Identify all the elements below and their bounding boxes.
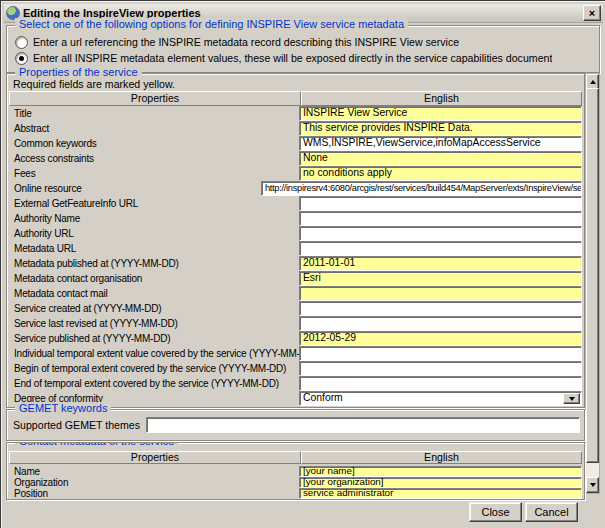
property-label: Metadata contact mail [9, 288, 299, 299]
field-value: no conditions apply [303, 167, 392, 178]
field-value: Conform [303, 392, 343, 403]
required-fields-note: Required fields are marked yellow. [13, 78, 175, 90]
property-label: Metadata published at (YYYY-MM-DD) [9, 258, 299, 269]
property-label: End of temporal extent covered by the se… [9, 378, 299, 389]
property-value-cell [299, 241, 582, 256]
field-value: 2012-05-29 [303, 332, 356, 343]
dropdown-arrow [569, 397, 575, 401]
input-abstract[interactable]: This service provides INSPIRE Data. [299, 121, 582, 136]
table-row: Service last revised at (YYYY-MM-DD) [9, 316, 582, 331]
input-authority-url[interactable] [299, 226, 582, 241]
gemet-row: Supported GEMET themes [13, 417, 580, 433]
table-row: Organization[your organization] [9, 477, 582, 488]
service-properties-group: Properties of the service Required field… [6, 73, 585, 408]
input-fees[interactable]: no conditions apply [299, 166, 582, 181]
table-row: Authority Name [9, 211, 582, 226]
radio-button[interactable] [15, 36, 28, 49]
input-common-keywords[interactable]: WMS,INSPIRE,ViewService,infoMapAccessSer… [299, 136, 582, 151]
field-value: Esri [303, 272, 321, 283]
gemet-group-title: GEMET keywords [15, 402, 111, 414]
field-value: WMS,INSPIRE,ViewService,infoMapAccessSer… [303, 137, 541, 148]
property-label: Authority Name [9, 213, 299, 224]
table-row: Metadata contact mail [9, 286, 582, 301]
table-row: Name[your name] [9, 466, 582, 477]
property-label: Common keywords [9, 138, 299, 149]
radio-button[interactable] [15, 52, 28, 65]
property-label: Access constraints [9, 153, 299, 164]
input-service-created-at-yyyy-mm-dd[interactable] [299, 301, 582, 316]
property-value-cell: 2012-05-29 [299, 331, 582, 346]
input-position[interactable]: service administrator [299, 488, 582, 499]
input-end-of-temporal-extent-covered-by-the-service-yyyy-mm-dd[interactable] [299, 376, 582, 391]
contact-metadata-group: Contact metadata of the service Properti… [6, 442, 585, 500]
input-metadata-published-at-yyyy-mm-dd[interactable]: 2011-01-01 [299, 256, 582, 271]
property-label: Fees [9, 168, 299, 179]
input-online-resource[interactable]: http://inspiresrv4:6080/arcgis/rest/serv… [261, 181, 582, 196]
property-label: Online resource [9, 183, 299, 194]
property-value-cell: no conditions apply [299, 166, 582, 181]
property-value-cell: http://inspiresrv4:6080/arcgis/rest/serv… [299, 181, 582, 196]
property-label: Begin of temporal extent covered by the … [9, 363, 299, 374]
field-value: [your name] [303, 466, 355, 476]
table-row: Individual temporal extent value covered… [9, 346, 582, 361]
table-row: Feesno conditions apply [9, 166, 582, 181]
field-value: This service provides INSPIRE Data. [303, 122, 473, 133]
input-authority-name[interactable] [299, 211, 582, 226]
vertical-scrollbar[interactable] [585, 73, 600, 494]
property-label: Abstract [9, 123, 299, 134]
property-value-cell [299, 226, 582, 241]
scroll-down-button[interactable] [586, 477, 599, 493]
property-label: Position [9, 488, 299, 499]
table-row: Common keywordsWMS,INSPIRE,ViewService,i… [9, 136, 582, 151]
input-service-last-revised-at-yyyy-mm-dd[interactable] [299, 316, 582, 331]
close-icon[interactable]: × [583, 5, 601, 21]
table-row: Positionservice administrator [9, 488, 582, 499]
table-row: Online resourcehttp://inspiresrv4:6080/a… [9, 181, 582, 196]
field-value: 2011-01-01 [303, 257, 355, 268]
column-header-english: English [301, 451, 582, 464]
properties-table-header: Properties English [9, 91, 582, 106]
table-row: External GetFeatureInfo URL [9, 196, 582, 211]
radio-label: Enter a url referencing the INSPIRE meta… [33, 36, 459, 48]
gemet-themes-label: Supported GEMET themes [13, 419, 140, 431]
field-value: None [303, 152, 328, 163]
table-row: AbstractThis service provides INSPIRE Da… [9, 121, 582, 136]
property-value-cell: 2011-01-01 [299, 256, 582, 271]
table-row: Metadata URL [9, 241, 582, 256]
chevron-down-icon[interactable] [563, 393, 580, 404]
gemet-themes-input[interactable] [146, 417, 580, 433]
input-name[interactable]: [your name] [299, 466, 582, 477]
input-metadata-url[interactable] [299, 241, 582, 256]
table-row: Metadata published at (YYYY-MM-DD)2011-0… [9, 256, 582, 271]
input-metadata-contact-organisation[interactable]: Esri [299, 271, 582, 286]
property-label: Title [9, 108, 299, 119]
close-button[interactable]: Close [469, 502, 522, 522]
table-row: Access constraintsNone [9, 151, 582, 166]
input-metadata-contact-mail[interactable] [299, 286, 582, 301]
input-individual-temporal-extent-value-covered-by-the-service-yyyy-mm-dd[interactable] [299, 346, 582, 361]
contact-group-title: Contact metadata of the service [15, 442, 178, 447]
properties-group-title: Properties of the service [15, 66, 142, 78]
radio-option-1[interactable]: Enter a url referencing the INSPIRE meta… [15, 34, 595, 50]
table-row: TitleINSPIRE View Service [9, 106, 582, 121]
input-service-published-at-yyyy-mm-dd[interactable]: 2012-05-29 [299, 331, 582, 346]
property-value-cell [299, 361, 582, 376]
property-label: Metadata URL [9, 243, 299, 254]
input-external-getfeatureinfo-url[interactable] [299, 196, 582, 211]
input-organization[interactable]: [your organization] [299, 477, 582, 488]
select-degree-of-conformity[interactable]: Conform [299, 391, 582, 406]
radio-option-list: Enter a url referencing the INSPIRE meta… [15, 34, 595, 66]
table-row: Authority URL [9, 226, 582, 241]
property-value-cell [299, 316, 582, 331]
property-label: Authority URL [9, 228, 299, 239]
input-begin-of-temporal-extent-covered-by-the-service-yyyy-mm-dd[interactable] [299, 361, 582, 376]
options-group-title: Select one of the following options for … [15, 18, 408, 30]
input-access-constraints[interactable]: None [299, 151, 582, 166]
table-row: End of temporal extent covered by the se… [9, 376, 582, 391]
cancel-button[interactable]: Cancel [525, 502, 578, 522]
column-header-properties: Properties [9, 451, 301, 464]
scrollbar-thumb[interactable] [586, 88, 599, 463]
radio-option-2[interactable]: Enter all INSPIRE metadata element value… [15, 50, 595, 66]
field-value: http://inspiresrv4:6080/arcgis/rest/serv… [265, 183, 582, 193]
input-title[interactable]: INSPIRE View Service [299, 106, 582, 121]
